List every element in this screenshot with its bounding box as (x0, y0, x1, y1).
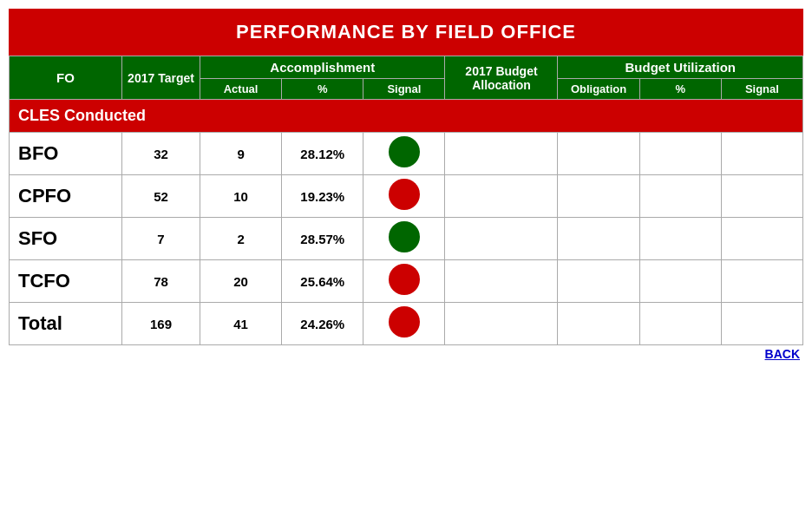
util-percent-value (639, 303, 721, 345)
signal-cell (363, 175, 445, 218)
fo-cell: Total (10, 303, 122, 345)
target-cell: 169 (122, 303, 200, 345)
target-cell: 52 (122, 175, 200, 218)
header-actual: Actual (200, 79, 282, 100)
fo-cell: TCFO (10, 260, 122, 303)
budget-alloc-value (445, 133, 558, 175)
signal-circle (389, 306, 420, 338)
signal-cell (363, 218, 445, 260)
main-title: PERFORMANCE BY FIELD OFFICE (9, 9, 803, 56)
signal-circle (389, 136, 420, 167)
target-cell: 32 (122, 133, 200, 175)
signal-circle (389, 264, 420, 295)
percent-cell: 19.23% (282, 175, 363, 218)
header-signal2: Signal (721, 79, 802, 100)
obligation-value (558, 303, 639, 345)
signal-circle (389, 221, 420, 252)
back-button[interactable]: BACK (9, 345, 803, 361)
table-row: SFO 7 2 28.57% (10, 218, 803, 260)
util-percent-value (639, 133, 721, 175)
util-signal-value (721, 133, 802, 175)
percent-cell: 28.12% (282, 133, 363, 175)
percent-cell: 28.57% (282, 218, 363, 260)
header-budget-alloc: 2017 Budget Allocation (445, 56, 558, 100)
page-wrapper: PERFORMANCE BY FIELD OFFICE FO 2017 Targ… (0, 0, 812, 370)
budget-alloc-value (445, 260, 558, 303)
fo-cell: SFO (10, 218, 122, 260)
header-percent: % (282, 79, 363, 100)
actual-cell: 9 (200, 133, 282, 175)
signal-cell (363, 133, 445, 175)
percent-cell: 25.64% (282, 260, 363, 303)
fo-cell: BFO (10, 133, 122, 175)
fo-cell: CPFO (10, 175, 122, 218)
actual-cell: 2 (200, 218, 282, 260)
header-obligation: Obligation (558, 79, 639, 100)
percent-cell: 24.26% (282, 303, 363, 345)
util-percent-value (639, 260, 721, 303)
util-signal-value (721, 175, 802, 218)
header-accomplishment: Accomplishment (200, 56, 445, 79)
table-row: BFO 32 9 28.12% (10, 133, 803, 175)
table-row: CPFO 52 10 19.23% (10, 175, 803, 218)
table-row: TCFO 78 20 25.64% (10, 260, 803, 303)
util-signal-value (721, 218, 802, 260)
target-cell: 78 (122, 260, 200, 303)
util-percent-value (639, 218, 721, 260)
budget-alloc-value (445, 175, 558, 218)
signal-circle (389, 179, 420, 210)
header-signal: Signal (363, 79, 445, 100)
main-table: FO 2017 Target Accomplishment 2017 Budge… (9, 56, 803, 345)
signal-cell (363, 303, 445, 345)
header-target: 2017 Target (122, 56, 200, 100)
signal-cell (363, 260, 445, 303)
util-signal-value (721, 303, 802, 345)
actual-cell: 10 (200, 175, 282, 218)
header-percent2: % (639, 79, 721, 100)
actual-cell: 20 (200, 260, 282, 303)
table-row: Total 169 41 24.26% (10, 303, 803, 345)
util-signal-value (721, 260, 802, 303)
budget-alloc-value (445, 218, 558, 260)
obligation-value (558, 133, 639, 175)
section-header: CLES Conducted (10, 100, 803, 133)
obligation-value (558, 175, 639, 218)
header-budget-util: Budget Utilization (558, 56, 803, 79)
target-cell: 7 (122, 218, 200, 260)
obligation-value (558, 218, 639, 260)
obligation-value (558, 260, 639, 303)
actual-cell: 41 (200, 303, 282, 345)
util-percent-value (639, 175, 721, 218)
budget-alloc-value (445, 303, 558, 345)
header-fo: FO (10, 56, 122, 100)
